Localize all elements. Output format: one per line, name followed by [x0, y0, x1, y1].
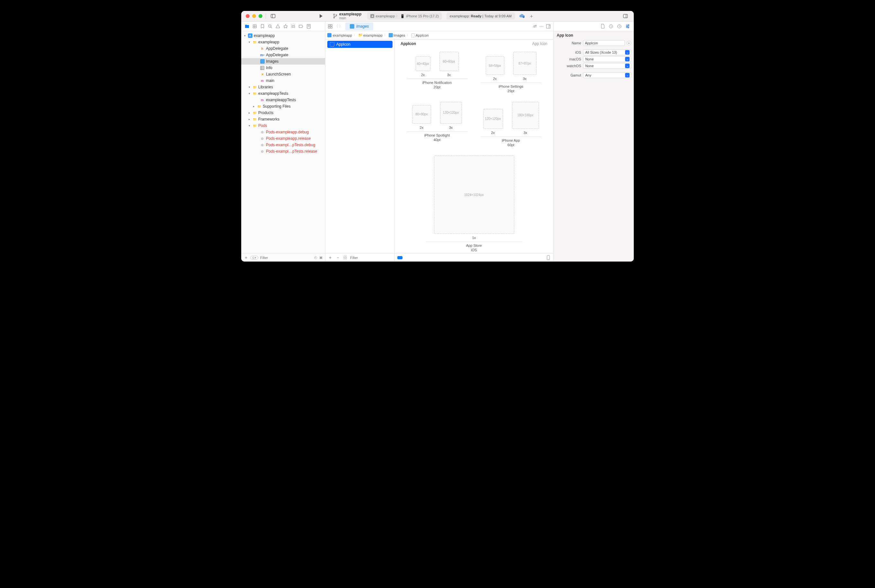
editor-tab-images[interactable]: Images [345, 22, 373, 30]
history-back-button[interactable]: 〈 [334, 24, 338, 29]
tree-root[interactable]: ▾Aexampleapp [241, 33, 325, 39]
tree-file-pods-3[interactable]: ⚙︎Pods-exampl…pTests.release [241, 148, 325, 154]
add-file-button[interactable]: ＋ [244, 255, 248, 261]
app-scheme-icon: A [370, 14, 374, 18]
tree-file-main[interactable]: mmain [241, 77, 325, 84]
scheme-device-name: iPhone 15 Pro (17.2) [406, 14, 439, 18]
tree-file-tests[interactable]: mexampleappTests [241, 97, 325, 103]
tree-file-pods-1[interactable]: ⚙︎Pods-exampleapp.release [241, 135, 325, 142]
source-control-branch[interactable]: exampleapp main [333, 12, 361, 20]
history-inspector-icon[interactable] [609, 24, 613, 28]
canvas-footer [395, 253, 553, 261]
folder-icon: 📁 [257, 104, 261, 109]
tag-indicator[interactable] [397, 256, 403, 259]
editor-body: AppIcon ＋ － ⊙ AppIcon App Icon [325, 39, 553, 261]
zoom-window-button[interactable] [259, 14, 262, 18]
tree-file-appdelegate-h[interactable]: hAppDelegate [241, 45, 325, 52]
filter-icon: ⊙ [343, 255, 347, 260]
file-label: Pods-exampl…pTests.release [266, 149, 317, 154]
file-label: AppDelegate [266, 46, 288, 51]
attributes-inspector-icon[interactable] [625, 24, 630, 28]
tree-file-images[interactable]: Images [241, 58, 325, 64]
file-tree[interactable]: ▾Aexampleapp ▾📁exampleapp hAppDelegate m… [241, 31, 325, 253]
device-preview-icon[interactable] [546, 255, 551, 260]
tree-group-pods[interactable]: ▾📁Pods [241, 122, 325, 129]
jump-seg-file[interactable]: Images [394, 33, 405, 37]
image-well-spotlight-2x[interactable]: 80×80px [412, 105, 431, 124]
asset-canvas[interactable]: AppIcon App Icon 40×40px2x 60×60px3x iPh… [395, 39, 553, 261]
tree-group-tests[interactable]: ▾📁exampleappTests [241, 90, 325, 97]
report-navigator-icon[interactable] [306, 24, 311, 29]
group-pt: 29pt [508, 89, 514, 93]
xcconfig-icon: ⚙︎ [260, 136, 265, 141]
recent-files-icon[interactable]: ◴ [314, 255, 318, 260]
find-navigator-icon[interactable] [268, 24, 273, 29]
tree-file-appdelegate-m[interactable]: m+AppDelegate [241, 52, 325, 58]
jump-bar[interactable]: exampleapp〉 📁 exampleapp〉 Images〉 AppIco… [325, 31, 553, 39]
group-pt: 20pt [434, 85, 440, 89]
scm-status-icon[interactable]: ▣ [319, 255, 322, 260]
file-inspector-icon[interactable] [601, 24, 605, 28]
tree-file-pods-0[interactable]: ⚙︎Pods-exampleapp.debug [241, 129, 325, 135]
project-navigator-icon[interactable] [244, 24, 250, 29]
image-well-appstore-1x[interactable]: 1024×1024px [434, 156, 514, 234]
svg-point-5 [523, 16, 524, 18]
toggle-navigator-icon[interactable] [269, 12, 277, 20]
help-inspector-icon[interactable]: ? [617, 24, 622, 28]
image-well-notification-2x[interactable]: 40×40px [416, 56, 430, 71]
jump-seg-group[interactable]: exampleapp [363, 33, 382, 37]
navigator-filter-input[interactable] [260, 256, 312, 260]
add-editor-icon[interactable] [546, 24, 551, 28]
library-add-button[interactable]: ＋ [529, 13, 534, 19]
image-well-app-3x[interactable]: 180×180px [512, 102, 539, 129]
tree-group-libraries[interactable]: ▾📁Libraries [241, 84, 325, 90]
activity-status[interactable]: exampleapp: Ready | Today at 9:09 AM [446, 12, 515, 20]
run-button[interactable] [319, 14, 323, 18]
sync-icon[interactable]: ⇄ [533, 24, 537, 28]
asset-filter-input[interactable] [350, 256, 394, 260]
image-well-spotlight-3x[interactable]: 120×120px [440, 102, 462, 124]
ios-select[interactable]: All Sizes (Xcode 13)⌄ [583, 50, 631, 55]
asset-item-appicon[interactable]: AppIcon [327, 41, 393, 48]
cloud-status-icon[interactable] [519, 14, 525, 18]
name-field[interactable]: AppIcon [583, 40, 625, 46]
tree-group-supporting[interactable]: ▸📁Supporting Files [241, 103, 325, 110]
tree-file-launchscreen[interactable]: ✕LaunchScreen [241, 71, 325, 77]
tree-group-frameworks[interactable]: ▸📁Frameworks [241, 116, 325, 122]
close-window-button[interactable] [246, 14, 250, 18]
jump-seg-item[interactable]: AppIcon [416, 33, 429, 37]
image-well-settings-2x[interactable]: 58×58px [486, 56, 504, 75]
image-well-notification-3x[interactable]: 60×60px [439, 52, 459, 71]
filter-scope-button[interactable]: ⊙▾ [250, 256, 258, 260]
folder-icon: 📁 [252, 117, 257, 122]
toggle-inspector-icon[interactable] [622, 12, 629, 20]
tree-file-info[interactable]: Info [241, 64, 325, 71]
remove-asset-button[interactable]: － [336, 255, 340, 261]
jump-seg-project[interactable]: exampleapp [333, 33, 352, 37]
tree-file-pods-2[interactable]: ⚙︎Pods-exampl…pTests.debug [241, 142, 325, 148]
image-well-settings-3x[interactable]: 87×87px [513, 52, 536, 75]
test-navigator-icon[interactable] [283, 24, 288, 29]
related-items-icon[interactable] [328, 24, 333, 28]
image-well-app-2x[interactable]: 120×120px [483, 109, 503, 129]
add-asset-button[interactable]: ＋ [328, 255, 333, 261]
watchos-select[interactable]: None⌄ [583, 63, 631, 69]
bookmarks-navigator-icon[interactable] [260, 24, 265, 29]
tree-group-app[interactable]: ▾📁exampleapp [241, 39, 325, 45]
field-label: Gamut [556, 73, 581, 77]
gamut-select[interactable]: Any⌄ [583, 72, 631, 78]
history-nav: 〈 〉 [334, 24, 343, 29]
source-control-navigator-icon[interactable] [252, 24, 257, 29]
m-file-icon: m [260, 78, 265, 83]
issue-navigator-icon[interactable] [275, 24, 280, 29]
minimize-window-button[interactable] [252, 14, 256, 18]
macos-select[interactable]: None⌄ [583, 56, 631, 62]
scheme-selector[interactable]: A exampleapp 〉 📱 iPhone 15 Pro (17.2) [367, 12, 442, 20]
scale-label: 3x [523, 77, 527, 81]
tree-group-products[interactable]: ▸📁Products [241, 110, 325, 116]
debug-navigator-icon[interactable] [291, 24, 296, 29]
breakpoint-navigator-icon[interactable] [298, 24, 304, 29]
history-forward-button[interactable]: 〉 [339, 24, 343, 29]
add-variant-button[interactable]: + [627, 41, 631, 45]
editor-options-icon[interactable]: ⋯ [539, 24, 544, 28]
